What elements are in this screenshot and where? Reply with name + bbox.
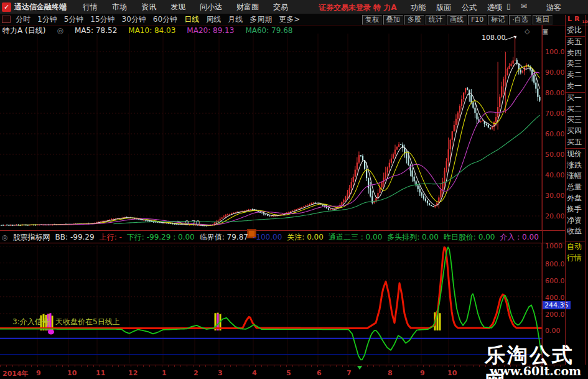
sidebar-item-行情[interactable]: 行情 [566, 253, 585, 264]
sidebar-item-卖三[interactable]: 卖三 [566, 58, 585, 70]
signal-text-2: 天收盘价在5日线上 [55, 317, 120, 327]
indicator-header-seg-2: 上行: - [100, 233, 122, 241]
date-label-3: 11 [96, 369, 105, 377]
toolbar-buttons: 复权叠加多股统计画线F10标记·自选返回 [362, 15, 553, 25]
sidebar-item-卖二[interactable]: 卖二 [566, 70, 585, 81]
indicator-tick-800.0: 800.0 [545, 260, 565, 268]
price-tick-50.00: 50.00 [545, 151, 565, 159]
period-10[interactable]: 更多> [279, 15, 300, 24]
menu-item-0[interactable]: 行情 [83, 2, 98, 11]
menu-right-item-2[interactable]: 公式 [462, 2, 477, 13]
panel-divider-top [0, 230, 565, 231]
refresh-icon[interactable]: ↻ [490, 2, 497, 11]
menu-right-item-0[interactable]: 功能 [411, 2, 426, 13]
toolbar-button-6[interactable]: 标记 [488, 15, 508, 25]
menu-item-5[interactable]: 财富圈 [236, 2, 259, 11]
price-tick-90.00: 90.00 [545, 68, 565, 77]
toolbar-button-4[interactable]: 画线 [447, 15, 467, 25]
toolbar-button-5[interactable]: F10 [468, 15, 487, 25]
sidebar-item-现价[interactable]: 现价 [566, 148, 585, 160]
menu-item-2[interactable]: 资讯 [141, 2, 156, 11]
indicator-tick-0.00: 0.00 [545, 327, 561, 335]
toolbar-button-3[interactable]: 统计 [426, 15, 446, 25]
peak-price-label: 108.00 [482, 34, 506, 42]
sidebar-item-涨跌[interactable]: 涨跌 [566, 160, 585, 171]
period-9[interactable]: 多周期 [250, 15, 272, 24]
indicator-values: 股票指标网BB: -99.29上行: -下行: -99.29 : 0.00临界值… [13, 232, 544, 243]
period-6[interactable]: 日线 [184, 15, 199, 24]
toolbar-button-1[interactable]: 叠加 [383, 15, 403, 25]
lr-indicator[interactable]: LR1000 [566, 15, 585, 25]
panel-layout-icon[interactable] [2, 16, 11, 23]
sidebar-item-收益[interactable]: 收益 [566, 226, 585, 237]
sidebar-item-买一[interactable]: 买一 [566, 92, 585, 104]
menu-right-item-1[interactable]: 版面 [436, 2, 451, 13]
menu-icons: ↻▯✉ [490, 2, 527, 11]
sidebar-item-外盘[interactable]: 外盘 [566, 193, 585, 204]
mobile-icon[interactable]: ▯ [506, 2, 511, 11]
quote-sidebar: LR1000 委比卖五卖四卖三卖二卖一买一买二买三买四买五现价涨跌涨幅总量外盘换… [566, 15, 585, 264]
date-label-8: 4 [252, 369, 257, 377]
toolbar-button-2[interactable]: 多股 [404, 15, 424, 25]
sidebar-item-买五[interactable]: 买五 [566, 137, 585, 148]
sidebar-item-涨幅[interactable]: 涨幅 [566, 171, 585, 182]
toolbar-button-8[interactable]: 返回 [533, 15, 553, 25]
date-axis[interactable]: 2014年910111212345678910 [0, 365, 565, 379]
date-label-0: 2014年 [2, 369, 29, 378]
period-5[interactable]: 60分钟 [153, 15, 177, 24]
price-tick-30.00: 30.00 [545, 192, 565, 200]
date-label-4: 12 [128, 369, 138, 377]
main-candlestick-chart[interactable] [0, 25, 543, 231]
chart-corner-icons[interactable]: ◇ ▣ [525, 27, 553, 35]
sidebar-item-总量[interactable]: 总量 [566, 182, 585, 193]
period-4[interactable]: 30分钟 [122, 15, 146, 24]
indicator-header-seg-5: -100.00 [253, 233, 282, 241]
price-tick-60.00: 60.00 [545, 130, 565, 138]
tdx-logo-icon: ✓ [2, 2, 11, 12]
mail-icon[interactable]: ✉ [521, 2, 527, 11]
date-label-13: 9 [420, 369, 425, 377]
indicator-header-seg-6: 关注: 0.00 [287, 233, 324, 241]
toolbar-button-0[interactable]: 复权 [362, 15, 382, 25]
low-arrow-icon [176, 220, 185, 225]
date-label-5: 1 [162, 369, 167, 377]
app-brand[interactable]: ✓ 通达信金融终端 [0, 2, 67, 12]
tdx-terminal-window: ✓ 通达信金融终端 行情市场资讯发现问小达财富圈交易 证券交易未登录 特 力A … [0, 0, 588, 379]
period-3[interactable]: 15分钟 [90, 15, 114, 24]
period-7[interactable]: 周线 [206, 15, 221, 24]
sidebar-item-换手[interactable]: 换手 [566, 204, 585, 215]
sidebar-item-买四[interactable]: 买四 [566, 126, 585, 137]
menu-item-4[interactable]: 问小达 [200, 2, 222, 11]
indicator-header-seg-8: 多头排列: 0.00 [387, 233, 439, 241]
period-0[interactable]: 分时 [16, 15, 30, 24]
sidebar-item-委比[interactable]: 委比 [566, 25, 585, 36]
guest-account-button[interactable]: 游客 [546, 2, 561, 13]
indicator-chart[interactable] [0, 243, 543, 365]
date-label-9: 5 [286, 369, 291, 377]
toolbar-button-7[interactable]: ·自选 [509, 15, 531, 25]
sidebar-item-买三[interactable]: 买三 [566, 115, 585, 126]
sidebar-item-卖四[interactable]: 卖四 [566, 48, 585, 59]
menu-item-6[interactable]: 交易 [273, 2, 288, 11]
date-label-14: 10 [447, 369, 457, 377]
menu-item-1[interactable]: 市场 [112, 2, 127, 11]
date-label-6: 2 [194, 369, 198, 377]
period-2[interactable]: 5分钟 [64, 15, 84, 24]
sidebar-item-卖一[interactable]: 卖一 [566, 81, 585, 92]
price-tick-40.00: 40.00 [545, 171, 565, 179]
price-tick-80.00: 80.00 [545, 89, 565, 97]
indicator-icon[interactable]: ◎ [2, 233, 8, 241]
date-label-7: 3 [218, 369, 223, 377]
date-label-10: 6 [317, 369, 322, 377]
menu-items: 行情市场资讯发现问小达财富圈交易 [83, 2, 302, 12]
period-8[interactable]: 月线 [228, 15, 243, 24]
menu-item-3[interactable]: 发现 [170, 2, 185, 11]
sidebar-item-净资[interactable]: 净资 [566, 215, 585, 227]
sidebar-right-border [585, 15, 586, 365]
sidebar-item-买二[interactable]: 买二 [566, 104, 585, 115]
sidebar-item-自动[interactable]: 自动 [566, 241, 585, 253]
sidebar-item-卖五[interactable]: 卖五 [566, 36, 585, 48]
login-status[interactable]: 证券交易未登录 特 力A [319, 2, 397, 13]
period-1[interactable]: 1分钟 [37, 15, 57, 24]
indicator-header-seg-10: 介入 : 0.00 [500, 233, 538, 241]
